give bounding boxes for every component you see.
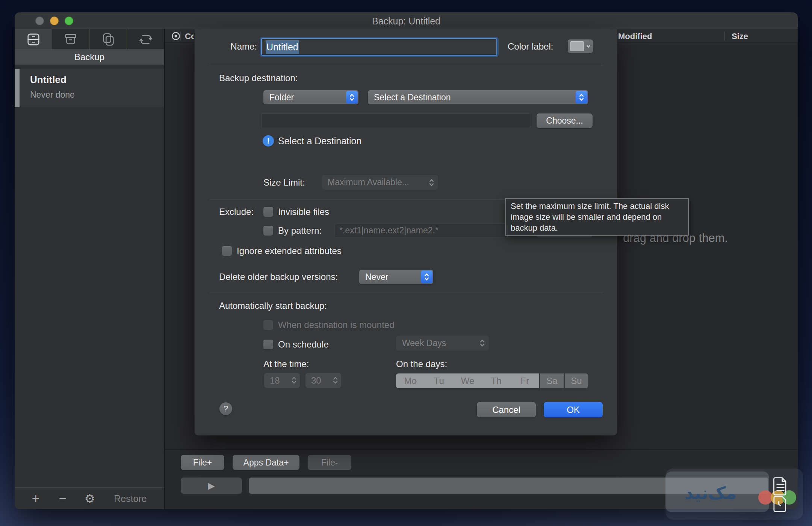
color-label: Color label: xyxy=(508,40,553,53)
selected-text: Untitled xyxy=(266,40,299,54)
desktop: Backup: Untitled xyxy=(0,0,812,526)
invisible-files-label: Invisible files xyxy=(278,206,329,218)
hour-stepper[interactable]: 18 xyxy=(264,373,300,388)
backup-list-icon xyxy=(26,32,41,47)
destination-select-popup[interactable]: Select a Destination xyxy=(368,90,588,104)
destination-section-label: Backup destination: xyxy=(219,72,298,85)
popup-stepper-icon xyxy=(476,336,488,350)
backup-item-status: Never done xyxy=(30,90,75,100)
remove-file-button[interactable]: File- xyxy=(308,455,351,470)
alert-icon: ! xyxy=(263,135,274,147)
day-su[interactable]: Su xyxy=(565,373,588,388)
play-icon: ▶ xyxy=(208,481,215,491)
delete-versions-popup[interactable]: Never xyxy=(359,270,433,284)
document-clock-icon xyxy=(773,495,788,513)
at-time-label: At the time: xyxy=(263,358,309,370)
archive-box-icon xyxy=(63,32,79,47)
destination-type-popup[interactable]: Folder xyxy=(263,90,358,104)
when-mounted-checkbox[interactable] xyxy=(263,320,273,330)
help-button[interactable]: ? xyxy=(219,402,232,415)
backup-item-title: Untitled xyxy=(30,74,67,86)
sync-icon xyxy=(138,32,154,47)
toolbar-divider xyxy=(165,449,798,450)
remove-backup-button[interactable]: − xyxy=(56,488,70,509)
day-we[interactable]: We xyxy=(453,373,482,388)
window-title: Backup: Untitled xyxy=(15,12,798,29)
column-separator xyxy=(180,32,181,41)
color-label-dropdown[interactable] xyxy=(568,39,593,53)
divider xyxy=(210,293,603,293)
by-pattern-label: By pattern: xyxy=(278,224,322,237)
day-tu[interactable]: Tu xyxy=(425,373,453,388)
sidebar-footer: + − ⚙ Restore xyxy=(15,487,164,509)
tab-clone[interactable] xyxy=(89,29,127,49)
on-schedule-checkbox[interactable] xyxy=(263,340,273,349)
titlebar: Backup: Untitled xyxy=(15,12,798,29)
when-mounted-label: When destination is mounted xyxy=(278,319,395,331)
delete-versions-label: Delete older backup versions: xyxy=(219,271,338,283)
size-limit-label: Size Limit: xyxy=(263,176,305,189)
watermark-text: مک‌نید xyxy=(671,483,750,503)
divider xyxy=(210,65,603,65)
schedule-period-popup[interactable]: Week Days xyxy=(396,336,489,351)
day-mo[interactable]: Mo xyxy=(396,373,425,388)
stepper-arrows-icon xyxy=(291,376,297,385)
choose-button[interactable]: Choose... xyxy=(537,113,593,128)
tab-sync[interactable] xyxy=(127,29,164,49)
sidebar-tabs xyxy=(15,29,164,49)
popup-stepper-icon xyxy=(421,271,432,283)
by-pattern-checkbox[interactable] xyxy=(263,226,273,236)
add-backup-button[interactable]: + xyxy=(29,488,42,509)
day-th[interactable]: Th xyxy=(482,373,511,388)
destination-path-field[interactable] xyxy=(261,113,530,128)
day-fr[interactable]: Fr xyxy=(511,373,539,388)
ignore-extended-label: Ignore extended attributes xyxy=(237,245,342,257)
cancel-button[interactable]: Cancel xyxy=(477,402,536,417)
column-modified[interactable]: Modified xyxy=(618,29,652,43)
stepper-arrows-icon xyxy=(333,376,338,385)
exclude-label: Exclude: xyxy=(219,206,254,218)
add-apps-data-button[interactable]: Apps Data+ xyxy=(233,455,299,470)
clone-icon xyxy=(100,32,116,47)
column-separator xyxy=(724,32,725,41)
size-limit-popup[interactable]: Maximum Available... xyxy=(322,175,438,190)
sidebar: Backup Untitled Never done + − ⚙ Restore xyxy=(15,29,164,509)
add-file-button[interactable]: File+ xyxy=(181,455,224,470)
sidebar-item-untitled[interactable]: Untitled Never done xyxy=(15,69,164,107)
column-size[interactable]: Size xyxy=(732,29,748,43)
popup-stepper-icon xyxy=(426,176,437,189)
minute-stepper[interactable]: 30 xyxy=(305,373,341,388)
app-window: Backup: Untitled xyxy=(15,12,798,509)
destination-warning: Select a Destination xyxy=(278,135,361,147)
popup-stepper-icon xyxy=(346,91,358,104)
ok-button[interactable]: OK xyxy=(544,402,603,417)
gear-icon[interactable]: ⚙ xyxy=(82,488,97,509)
days-segmented-control: Mo Tu We Th Fr Sa Su xyxy=(396,373,588,388)
auto-start-label: Automatically start backup: xyxy=(219,299,327,312)
tab-archive[interactable] xyxy=(52,29,89,49)
name-input[interactable]: Untitled xyxy=(261,38,497,56)
on-days-label: On the days: xyxy=(396,358,447,370)
sidebar-section-header: Backup xyxy=(15,49,164,65)
weekday-segment-selected[interactable]: Mo Tu We Th Fr xyxy=(396,373,539,388)
tab-backup[interactable] xyxy=(15,29,52,49)
pattern-field[interactable] xyxy=(334,224,530,237)
restore-button[interactable]: Restore xyxy=(108,488,153,509)
popup-stepper-icon xyxy=(576,91,587,104)
on-schedule-label: On schedule xyxy=(278,338,329,351)
invisible-files-checkbox[interactable] xyxy=(263,207,273,217)
color-swatch xyxy=(570,41,584,51)
start-backup-button[interactable]: ▶ xyxy=(181,478,242,494)
day-sa[interactable]: Sa xyxy=(540,373,564,388)
selection-indicator xyxy=(15,69,20,107)
target-icon[interactable] xyxy=(171,31,181,41)
document-icon xyxy=(773,476,788,497)
size-limit-tooltip: Set the maximum size limit. The actual d… xyxy=(505,198,689,236)
name-label: Name: xyxy=(217,40,257,53)
chevron-down-icon xyxy=(586,44,591,49)
ignore-extended-checkbox[interactable] xyxy=(222,246,232,256)
